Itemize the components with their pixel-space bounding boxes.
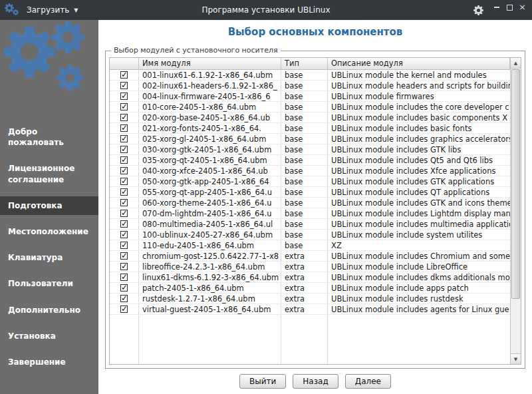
- app-logo-gears-icon: [4, 2, 21, 18]
- load-button[interactable]: Загрузить ▼: [27, 5, 78, 15]
- module-name: 004-linux-firmware-2405-1-x86_6: [139, 91, 281, 101]
- vertical-scrollbar[interactable]: ▲ ▼: [510, 58, 521, 364]
- module-checkbox[interactable]: [120, 263, 128, 270]
- table-row[interactable]: libreoffice-24.2.3-1-x86_64.ubmextraUBLi…: [110, 262, 510, 272]
- table-row[interactable]: 025-xorg-gl-2405-1-x86_64.ubmbaseUBLinux…: [110, 134, 510, 144]
- table-row[interactable]: 002-linux61-headers-6.1.92-1-x86_baseUBL…: [110, 81, 510, 91]
- column-header-name[interactable]: Имя модуля: [139, 58, 281, 69]
- table-row[interactable]: 004-linux-firmware-2405-1-x86_6baseUBLin…: [110, 91, 510, 102]
- module-checkbox[interactable]: [120, 156, 128, 164]
- module-name: 100-ublinux-2405-27-x86_64.ubm: [139, 230, 281, 240]
- module-checkbox[interactable]: [120, 242, 128, 249]
- module-type: base: [281, 144, 328, 154]
- table-row[interactable]: patch-2405-1-x86_64.ubmextraUBLinux modu…: [110, 283, 510, 294]
- table-row[interactable]: 060-xorg-theme-2405-1-x86_64.ubaseUBLinu…: [110, 198, 510, 208]
- module-checkbox[interactable]: [120, 188, 128, 196]
- table-row[interactable]: chromium-gost-125.0.6422.77-1-x8extraUBL…: [110, 251, 510, 262]
- table-row[interactable]: 100-ublinux-2405-27-x86_64.ubmbaseUBLinu…: [110, 230, 510, 240]
- scroll-up-icon[interactable]: ▲: [511, 58, 521, 69]
- table-row[interactable]: 021-xorg-fonts-2405-1-x86_64.baseUBLinux…: [110, 123, 510, 134]
- close-icon[interactable]: ×: [519, 4, 525, 11]
- module-name: 040-xorg-xfce-2405-1-x86_64.ub: [139, 166, 281, 176]
- sidebar-item-keyboard[interactable]: Клавиатура: [0, 248, 98, 267]
- main-panel: Выбор основных компонентов Выбор модулей…: [98, 20, 532, 394]
- module-checkbox[interactable]: [120, 135, 128, 142]
- module-name: chromium-gost-125.0.6422.77-1-x8: [139, 251, 281, 261]
- table-row[interactable]: 110-edu-2405-1-x86_64.ubmbaseXZ: [110, 240, 510, 251]
- exit-button[interactable]: Выйти: [239, 374, 286, 389]
- module-description: UBLinux module includes Qt5 and Qt6 libs: [328, 155, 510, 165]
- table-row[interactable]: 010-core-2405-1-x86_64.ubmbaseUBLinux mo…: [110, 102, 510, 112]
- table-row[interactable]: 070-dm-lightdm-2405-1-x86_64.ubaseUBLinu…: [110, 208, 510, 219]
- module-checkbox[interactable]: [120, 199, 128, 206]
- scroll-down-icon[interactable]: ▼: [511, 353, 521, 364]
- sidebar-item-license[interactable]: Лицензионное соглашение: [0, 159, 98, 188]
- gear-icon: [51, 20, 85, 55]
- sidebar-item-installation[interactable]: Установка: [0, 327, 98, 345]
- module-type: base: [281, 187, 328, 197]
- sidebar-item-location[interactable]: Местоположение: [0, 222, 98, 241]
- table-row[interactable]: virtual-guest-2405-1-x86_64.ubmextraUBLi…: [110, 304, 510, 315]
- sidebar-item-additional[interactable]: Дополнительно: [0, 301, 98, 319]
- module-checkbox[interactable]: [120, 284, 128, 292]
- settings-gear-icon[interactable]: [473, 5, 484, 16]
- module-name: 021-xorg-fonts-2405-1-x86_64.: [139, 123, 281, 133]
- gear-icon: [12, 9, 19, 16]
- module-checkbox[interactable]: [120, 146, 128, 153]
- table-row[interactable]: 030-xorg-gtk-2405-1-x86_64.ubmbaseUBLinu…: [110, 144, 510, 155]
- module-checkbox[interactable]: [120, 167, 128, 174]
- module-name: 070-dm-lightdm-2405-1-x86_64.u: [139, 208, 281, 218]
- module-checkbox[interactable]: [120, 220, 128, 228]
- module-checkbox[interactable]: [120, 295, 128, 302]
- window-title: Программа установки UBLinux: [100, 5, 432, 15]
- scrollbar-thumb[interactable]: [511, 69, 520, 299]
- module-type: base: [281, 166, 328, 176]
- module-description: UBLinux module includes GTK libs: [328, 144, 510, 154]
- footer-buttons: Выйти Назад Далее: [98, 374, 532, 389]
- sidebar-nav: Добро пожаловатьЛицензионное соглашениеП…: [0, 122, 98, 379]
- table-row[interactable]: rustdesk-1.2.7-1-x86_64.ubmextraUBLinux …: [110, 294, 510, 304]
- table-row[interactable]: 050-xorg-gtk-app-2405-1-x86_64baseUBLinu…: [110, 176, 510, 187]
- sidebar-item-finish[interactable]: Завершение: [0, 353, 98, 371]
- module-checkbox[interactable]: [120, 124, 128, 132]
- next-button[interactable]: Далее: [345, 374, 391, 389]
- module-description: UBLinux module includes the core develop…: [328, 102, 510, 112]
- module-checkbox[interactable]: [120, 82, 128, 89]
- module-name: 025-xorg-gl-2405-1-x86_64.ubm: [139, 134, 281, 144]
- module-name: 035-xorg-qt-2405-1-x86_64.ubm: [139, 155, 281, 165]
- column-header-checkbox[interactable]: [110, 58, 139, 69]
- module-checkbox[interactable]: [120, 93, 128, 100]
- module-description: UBLinux module include system utilites: [328, 230, 510, 240]
- module-checkbox[interactable]: [120, 231, 128, 238]
- module-checkbox[interactable]: [120, 274, 128, 281]
- module-description: UBLinux module includes Chromium and som…: [328, 251, 510, 261]
- module-name: linux61-dkms-6.1.92-3-x86_64.ubm: [139, 272, 281, 282]
- sidebar-item-preparation[interactable]: Подготовка: [0, 196, 98, 215]
- table-row[interactable]: 001-linux61-6.1.92-1-x86_64.ubmbaseUBLin…: [110, 70, 510, 81]
- sidebar-item-users[interactable]: Пользователи: [0, 274, 98, 293]
- table-row[interactable]: 040-xorg-xfce-2405-1-x86_64.ubbaseUBLinu…: [110, 166, 510, 176]
- module-type: extra: [281, 294, 328, 303]
- table-row[interactable]: linux61-dkms-6.1.92-3-x86_64.ubmextraUBL…: [110, 272, 510, 283]
- maximize-icon[interactable]: [506, 4, 513, 11]
- module-checkbox[interactable]: [120, 114, 128, 121]
- module-checkbox[interactable]: [120, 305, 128, 313]
- module-name: 055-xorg-qt-app-2405-1-x86_64.u: [139, 187, 281, 197]
- table-row[interactable]: 080-multimedia-2405-1-x86_64.ulbaseUBLin…: [110, 219, 510, 230]
- table-row[interactable]: 035-xorg-qt-2405-1-x86_64.ubmbaseUBLinux…: [110, 155, 510, 166]
- table-row[interactable]: 055-xorg-qt-app-2405-1-x86_64.ubaseUBLin…: [110, 187, 510, 198]
- column-header-description[interactable]: Описание модуля: [328, 58, 510, 69]
- module-checkbox[interactable]: [120, 103, 128, 110]
- table-row[interactable]: 020-xorg-base-2405-1-x86_64.ubbaseUBLinu…: [110, 112, 510, 123]
- module-checkbox[interactable]: [120, 252, 128, 260]
- minimize-icon[interactable]: [493, 4, 500, 11]
- back-button[interactable]: Назад: [293, 374, 338, 389]
- module-checkbox[interactable]: [120, 71, 128, 79]
- module-description: UBLinux module headers and scripts for b…: [328, 81, 510, 91]
- module-description: XZ: [328, 240, 510, 250]
- module-checkbox[interactable]: [120, 178, 128, 185]
- module-name: virtual-guest-2405-1-x86_64.ubm: [139, 304, 281, 314]
- module-checkbox[interactable]: [120, 210, 128, 217]
- column-header-type[interactable]: Тип: [281, 58, 328, 69]
- sidebar-item-welcome[interactable]: Добро пожаловать: [0, 122, 98, 152]
